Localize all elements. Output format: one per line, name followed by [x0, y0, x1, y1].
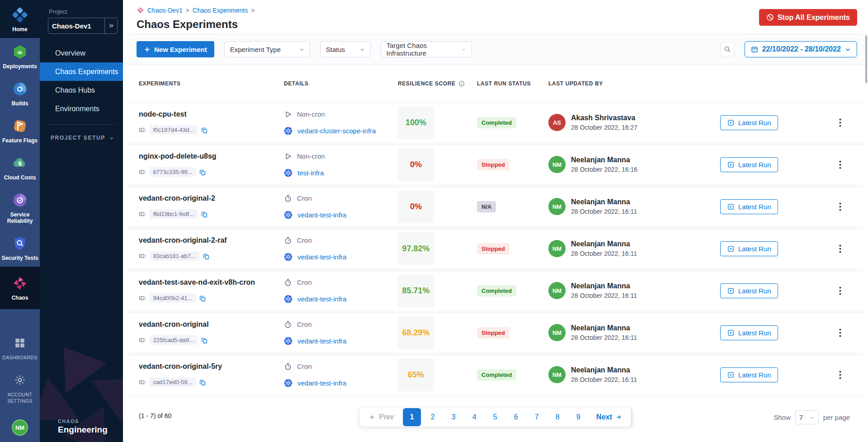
latest-run-button[interactable]: Latest Run — [720, 367, 778, 382]
project-setup-section[interactable]: PROJECT SETUP — [40, 125, 123, 141]
copy-icon[interactable] — [203, 253, 210, 260]
column-experiments: EXPERIMENTS — [139, 80, 284, 87]
new-experiment-button[interactable]: New Experiment — [137, 41, 214, 57]
latest-run-button[interactable]: Latest Run — [720, 157, 778, 172]
experiment-name-link[interactable]: vedant-cron-original-2-raf — [139, 236, 284, 245]
nav-module-feature-flags[interactable]: Feature Flags — [0, 112, 40, 149]
nav-module-deployments[interactable]: ∞ Deployments — [0, 38, 40, 75]
copy-icon[interactable] — [199, 295, 206, 302]
row-menu-kebab[interactable] — [834, 242, 846, 255]
updated-time: 28 October 2022, 16:11 — [571, 292, 637, 299]
sidebar-item-chaos-experiments[interactable]: Chaos Experiments — [40, 62, 123, 81]
latest-run-button[interactable]: Latest Run — [720, 325, 778, 340]
user-avatar[interactable]: NM — [12, 419, 28, 436]
row-menu-kebab[interactable] — [834, 158, 846, 171]
nav-module-builds[interactable]: Builds — [0, 75, 40, 112]
page-button-2[interactable]: 2 — [424, 408, 442, 426]
project-selector[interactable] — [48, 18, 118, 34]
copy-icon[interactable] — [199, 169, 206, 176]
info-icon[interactable] — [458, 80, 465, 87]
page-button-8[interactable]: 8 — [548, 408, 566, 426]
page-button-1[interactable]: 1 — [403, 408, 421, 426]
experiment-name-link[interactable]: vedant-test-save-nd-exit-v8h-cron — [139, 278, 284, 287]
page-size-select[interactable]: 7 — [795, 410, 819, 424]
nav-module-cloud-costs[interactable]: $ Cloud Costs — [0, 149, 40, 186]
page-button-5[interactable]: 5 — [486, 408, 504, 426]
row-menu-cell — [817, 326, 863, 339]
latest-run-button[interactable]: Latest Run — [720, 115, 778, 130]
infrastructure-link[interactable]: vedant-test-infra — [297, 211, 346, 219]
vertical-scrollbar[interactable] — [865, 35, 867, 83]
infrastructure-link[interactable]: vedant-test-infra — [297, 379, 346, 387]
nav-account-settings[interactable]: ACCOUNT SETTINGS — [0, 366, 40, 409]
infrastructure-link[interactable]: vedant-test-infra — [297, 337, 346, 345]
infrastructure-link[interactable]: test-infra — [297, 169, 324, 177]
row-menu-kebab[interactable] — [834, 200, 846, 213]
copy-icon[interactable] — [201, 211, 208, 218]
chevron-down-icon — [109, 136, 114, 141]
breadcrumb: Chaos-Dev1 > Chaos Experiments > — [137, 6, 868, 14]
stop-all-experiments-button[interactable]: Stop All Experiments — [759, 9, 857, 26]
experiment-name-link[interactable]: vedant-cron-original-2 — [139, 194, 284, 202]
search-icon — [724, 46, 731, 53]
breadcrumb-experiments-link[interactable]: Chaos Experiments — [193, 7, 248, 14]
sidebar-item-environments[interactable]: Environments — [40, 99, 123, 118]
kubernetes-icon — [284, 169, 292, 177]
run-report-icon — [727, 287, 735, 295]
updated-by-cell: NM Neelanjan Manna 28 October 2022, 16:1… — [548, 366, 720, 383]
nav-dashboards[interactable]: DASHBOARDS — [1, 329, 39, 366]
infrastructure-link[interactable]: vedant-cluster-scope-infra — [297, 127, 376, 135]
column-resilience-score: RESILIENCE SCORE — [398, 80, 477, 87]
page-button-6[interactable]: 6 — [507, 408, 525, 426]
status-filter[interactable]: Status — [320, 41, 371, 57]
experiments-list: EXPERIMENTS DETAILS RESILIENCE SCORE LAS… — [123, 65, 868, 442]
latest-run-button[interactable]: Latest Run — [720, 283, 778, 298]
expand-double-chevron-icon[interactable] — [104, 18, 117, 33]
next-page-button[interactable]: Next — [594, 413, 624, 421]
rail-bottom-group: DASHBOARDS ACCOUNT SETTINGS NM — [0, 329, 40, 442]
nav-module-home[interactable]: Home — [0, 0, 40, 38]
search-button[interactable] — [720, 42, 735, 56]
resilience-score-box: 100% — [398, 106, 434, 139]
copy-icon[interactable] — [201, 337, 208, 344]
resilience-score-cell: 68.29% — [398, 316, 477, 349]
nav-module-chaos[interactable]: Chaos — [0, 267, 40, 309]
row-menu-kebab[interactable] — [834, 326, 846, 339]
row-menu-kebab[interactable] — [834, 284, 846, 297]
sidebar-item-overview[interactable]: Overview — [40, 44, 123, 62]
date-range-picker[interactable]: 22/10/2022 - 28/10/2022 — [745, 41, 857, 57]
module-rail: Home ∞ Deployments Builds Feature Flags … — [0, 0, 40, 442]
page-button-4[interactable]: 4 — [465, 408, 483, 426]
infrastructure-link[interactable]: vedant-test-infra — [297, 295, 346, 303]
copy-icon[interactable] — [199, 379, 206, 386]
chevron-down-icon — [462, 47, 466, 52]
experiment-id-label: ID: — [139, 295, 146, 301]
details-cell: Cron vedant-test-infra — [284, 362, 398, 387]
target-infrastructure-filter[interactable]: Target Chaos Infrastructure — [381, 41, 472, 57]
row-menu-kebab[interactable] — [834, 116, 846, 129]
infrastructure-link[interactable]: vedant-test-infra — [297, 253, 346, 261]
sidebar-item-chaos-hubs[interactable]: Chaos Hubs — [40, 81, 123, 99]
schedule-type: Cron — [297, 320, 312, 328]
latest-run-button[interactable]: Latest Run — [720, 199, 778, 214]
play-icon — [284, 152, 292, 160]
nav-module-security-tests[interactable]: Security Tests — [0, 230, 40, 267]
experiment-name-link[interactable]: nginx-pod-delete-u8sg — [139, 152, 284, 160]
project-name-input[interactable] — [48, 22, 104, 30]
experiment-id-label: ID: — [139, 337, 146, 343]
breadcrumb-project-link[interactable]: Chaos-Dev1 — [147, 7, 183, 14]
page-button-7[interactable]: 7 — [528, 408, 546, 426]
copy-icon[interactable] — [201, 127, 208, 134]
page-button-9[interactable]: 9 — [569, 408, 587, 426]
row-menu-cell — [817, 116, 863, 129]
latest-run-button[interactable]: Latest Run — [720, 241, 778, 256]
experiment-name-link[interactable]: vedant-cron-original — [139, 320, 284, 329]
experiment-name-link[interactable]: node-cpu-test — [139, 110, 284, 118]
experiment-type-filter[interactable]: Experiment Type — [224, 41, 310, 57]
prev-page-button[interactable]: Prev — [367, 413, 396, 421]
filter-toolbar: New Experiment Experiment Type Status Ta… — [123, 34, 868, 65]
nav-module-service-reliability[interactable]: Service Reliability — [0, 186, 40, 230]
row-menu-kebab[interactable] — [834, 368, 846, 381]
experiment-name-link[interactable]: vedant-cron-original-5ry — [139, 362, 284, 371]
page-button-3[interactable]: 3 — [444, 408, 462, 426]
